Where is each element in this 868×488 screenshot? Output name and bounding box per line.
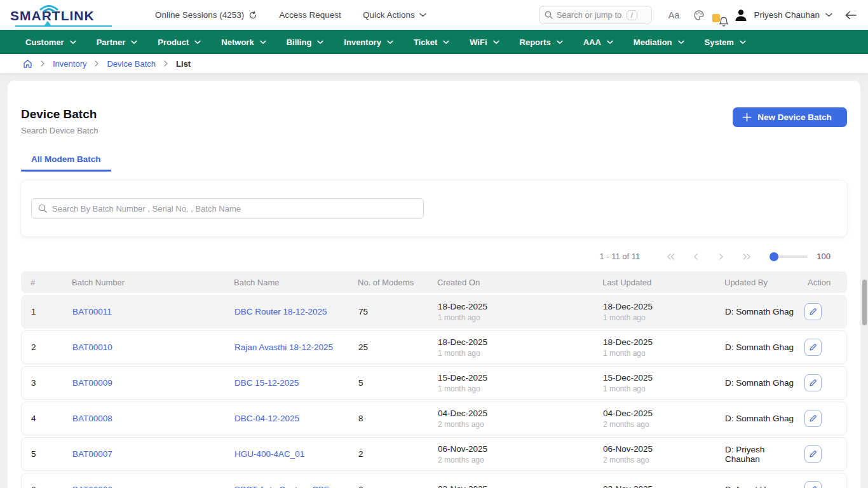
nav-item-reports[interactable]: Reports [520,37,563,47]
created-on-cell: 06-Nov-2025 2 months ago [438,444,603,464]
batch-number-link[interactable]: BAT00010 [72,342,234,352]
global-search[interactable]: / [539,6,652,24]
top-header: SMARTLINK Online Sessions (4253) Access … [0,0,868,30]
home-icon[interactable] [23,59,32,69]
modem-count: 6 [358,485,438,488]
updated-by: D: Somnath Ghag [725,342,799,352]
slider-knob[interactable] [770,252,778,261]
batch-number-link[interactable]: BAT00008 [72,414,234,423]
smartlink-logo[interactable]: SMARTLINK [9,3,136,28]
user-name: Priyesh Chauhan [754,10,820,20]
global-search-input[interactable] [557,10,623,20]
edit-button[interactable] [804,445,822,463]
new-device-batch-button[interactable]: New Device Batch [733,107,847,127]
text-size-toggle[interactable]: Aa [668,10,680,20]
nav-item-aaa[interactable]: AAA [583,37,613,47]
batch-name-link[interactable]: DBC-04-12-2025 [234,414,358,423]
edit-button[interactable] [804,303,822,320]
pencil-icon [809,450,817,458]
edit-button[interactable] [804,481,822,488]
batch-search-field[interactable] [31,198,424,219]
batch-name-link[interactable]: HGU-400-4AC_01 [234,449,358,459]
breadcrumb-list: List [176,59,191,69]
batch-number-link[interactable]: BAT00006 [72,485,234,488]
batch-name-link[interactable]: DBC 15-12-2025 [234,378,358,388]
palette-icon [693,10,705,21]
arrow-left-icon [845,11,857,20]
slider-track[interactable] [771,255,808,258]
wifi-signal-icon [38,2,60,12]
batch-name-link[interactable]: Rajan Avasthi 18-12-2025 [234,342,358,352]
modem-count: 5 [358,378,438,388]
chevron-down-icon [557,40,563,44]
nav-item-mediation[interactable]: Mediation [634,37,684,47]
page-size-slider[interactable] [771,255,808,258]
refresh-icon[interactable] [248,11,257,20]
batch-number-link[interactable]: BAT00009 [72,378,234,388]
chevron-down-icon [443,40,449,44]
pencil-icon [809,414,817,423]
col-batch-name: Batch Name [234,278,358,287]
batch-number-link[interactable]: BAT00011 [72,307,234,316]
nav-item-product[interactable]: Product [158,37,201,47]
page-heading: Device Batch Search Device Batch [21,107,98,135]
created-on-cell: 04-Dec-2025 2 months ago [438,409,603,429]
updated-by: D: Somnath Ghag [725,378,799,388]
batch-name-link[interactable]: PPCT Auto Capture CPE [234,485,358,488]
nav-item-billing[interactable]: Billing [287,37,324,47]
batch-number-link[interactable]: BAT00007 [72,449,234,459]
chevron-right-icon [41,60,44,67]
col-action: Action [798,278,847,287]
pagination: 1 - 11 of 11 100 [21,252,847,261]
created-on-cell: 15-Dec-2025 1 month ago [438,373,603,393]
nav-item-customer[interactable]: Customer [25,37,76,47]
edit-button[interactable] [804,374,822,391]
nav-item-wifi[interactable]: WiFi [470,37,499,47]
table-row: 6 BAT00006 PPCT Auto Capture CPE 6 03-No… [21,473,847,488]
avatar-icon [734,8,748,22]
chevron-down-icon [678,40,684,44]
nav-item-system[interactable]: System [705,37,746,47]
row-index: 2 [31,342,72,352]
first-page-button[interactable] [658,254,683,260]
table-row: 5 BAT00007 HGU-400-4AC_01 2 06-Nov-2025 … [21,437,847,471]
nav-item-ticket[interactable]: Ticket [414,37,449,47]
nav-item-network[interactable]: Network [221,37,266,47]
previous-page-button[interactable] [683,254,709,260]
last-page-button[interactable] [734,254,759,260]
row-index: 1 [31,307,72,316]
theme-palette-button[interactable] [693,10,705,21]
user-menu[interactable]: Priyesh Chauhan [734,8,832,22]
batch-name-link[interactable]: DBC Router 18-12-2025 [234,307,358,316]
scrollbar-thumb[interactable] [862,280,867,325]
tab-all-modem-batch[interactable]: All Modem Batch [21,154,111,172]
chevron-down-icon [493,40,499,44]
edit-button[interactable] [804,339,822,356]
online-sessions[interactable]: Online Sessions (4253) [155,10,257,20]
chevron-down-icon [131,40,137,44]
chevron-down-icon [419,13,426,17]
search-icon [38,204,47,213]
next-page-button[interactable] [709,254,734,260]
access-request-link[interactable]: Access Request [279,10,341,20]
last-updated-cell: 03-Nov-2025 [603,484,725,488]
breadcrumb-device-batch[interactable]: Device Batch [107,59,156,69]
updated-by: S: Agent User [725,485,799,488]
modem-count: 25 [358,342,438,352]
chevron-down-icon [194,40,201,44]
plus-icon [742,112,752,122]
filter-panel [21,180,847,236]
batch-search-input[interactable] [52,204,417,214]
back-arrow-button[interactable] [845,11,857,20]
row-index: 5 [31,449,72,459]
logo-antenna-arrow [44,21,51,25]
breadcrumb-inventory[interactable]: Inventory [53,59,86,69]
col-modems: No. of Modems [358,278,437,287]
edit-button[interactable] [804,410,822,427]
nav-item-inventory[interactable]: Inventory [344,37,393,47]
nav-item-partner[interactable]: Partner [97,37,138,47]
quick-actions-menu[interactable]: Quick Actions [363,10,426,20]
chevron-down-icon [607,40,613,44]
modem-count: 2 [358,449,438,459]
chevron-right-icon [719,254,724,260]
